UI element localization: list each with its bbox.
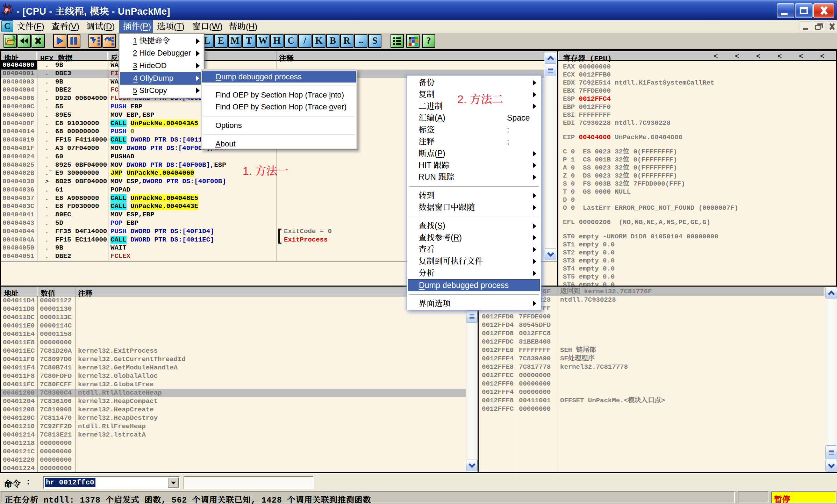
register-line[interactable]: ST1 empty 0.0: [563, 241, 615, 249]
register-line[interactable]: ESI FFFFFFFF: [563, 111, 611, 119]
scroll-up-button[interactable]: [825, 287, 837, 298]
disassembly-scrollbar[interactable]: [544, 51, 557, 261]
toolbar-button-K[interactable]: K: [312, 34, 326, 48]
menu-item-RUN-跟踪[interactable]: RUN 跟踪: [408, 171, 540, 183]
toolbar-button-M[interactable]: M: [228, 34, 242, 48]
dump-row[interactable]: 0040120C7C811470kernel32.HeapDestroy: [1, 414, 466, 422]
stack-row[interactable]: 0012FFFC00000000: [479, 405, 824, 413]
menu-item-查找参考-R-[interactable]: 查找参考(R): [408, 232, 540, 244]
mdi-close-button[interactable]: [826, 21, 837, 32]
toolbar-button-close-program[interactable]: [31, 34, 45, 48]
cpu-window-icon[interactable]: C: [1, 20, 13, 32]
toolbar-button-C[interactable]: C: [284, 34, 298, 48]
register-line[interactable]: ST5 empty 0.0: [563, 273, 615, 281]
register-line[interactable]: D 0: [563, 196, 575, 204]
toolbar-button-H[interactable]: H: [270, 34, 284, 48]
register-line[interactable]: P 1 CS 001B 32位 0(FFFFFFFF): [563, 156, 677, 164]
menubar-item-5[interactable]: 选项(T): [157, 20, 185, 33]
register-line[interactable]: ST0 empty -UNORM D1D8 01050104 00000000: [563, 233, 718, 241]
menu-item-Find-OEP-by-Section-Hop-Trac[interactable]: Find OEP by Section Hop (Trace over): [202, 101, 356, 113]
register-pane-chevron[interactable]: <: [778, 52, 782, 60]
register-line[interactable]: ECX 0012FFB0: [563, 71, 611, 79]
combo-dropdown-button[interactable]: [168, 477, 179, 488]
menubar-item-3[interactable]: 调试(D): [86, 20, 115, 33]
dump-row[interactable]: 0040121C00000000: [1, 447, 466, 456]
stack-row[interactable]: 0012FFEC00000000: [479, 371, 824, 380]
command-input-value[interactable]: hr 0012ffc0: [45, 478, 95, 487]
maximize-button[interactable]: [795, 3, 813, 18]
dump-row[interactable]: 004011FC7C80FCFFkernel32.GlobalFree: [1, 380, 466, 389]
menu-item-1-快捷命令[interactable]: 1 快捷命令: [120, 35, 203, 47]
register-line[interactable]: EBX 7FFDE000: [563, 87, 611, 95]
dump-row[interactable]: 004011E00000114C: [1, 322, 466, 330]
menu-item-分析[interactable]: 分析: [408, 267, 540, 279]
menu-item-4-OllyDump[interactable]: 4 OllyDump: [120, 72, 203, 84]
dump-row[interactable]: 004012047C836106kernel32.HeapCompact: [1, 397, 466, 405]
stack-row[interactable]: 0012FFD80012FFC8: [479, 329, 824, 338]
menu-item-Find-OEP-by-Section-Hop-Trac[interactable]: Find OEP by Section Hop (Trace into): [202, 89, 356, 101]
toolbar-button-step-into[interactable]: [88, 34, 102, 48]
register-line[interactable]: EAX 00000000: [563, 63, 611, 71]
register-line[interactable]: ST3 empty 0.0: [563, 257, 615, 265]
scroll-thumb[interactable]: [545, 64, 556, 76]
register-line[interactable]: EBP 0012FFF0: [563, 103, 611, 111]
stack-row[interactable]: 0012FFF000000000: [479, 380, 824, 388]
menu-item-界面选项[interactable]: 界面选项: [408, 298, 540, 310]
register-line[interactable]: EDX 7C92E514 ntdll.KiFastSystemCallRet: [563, 79, 714, 87]
dump-row[interactable]: 004011F47C80B741kernel32.GetModuleHandle…: [1, 363, 466, 372]
toolbar-button-run[interactable]: [53, 34, 66, 48]
toolbar-button-restart[interactable]: [17, 34, 31, 48]
menu-item-3-HideOD[interactable]: 3 HideOD: [120, 60, 203, 72]
toolbar-button-slash[interactable]: /: [298, 34, 312, 48]
dump-row[interactable]: 004011F87C80FDFDkernel32.GlobalAlloc: [1, 372, 466, 380]
dump-row[interactable]: 0040121800000000: [1, 439, 466, 447]
scroll-up-button[interactable]: [545, 52, 556, 64]
menu-item-Dump-debugged-process[interactable]: Dump debugged process: [408, 279, 540, 291]
register-line[interactable]: T 0 GS 0000 NULL: [563, 188, 631, 196]
stack-row[interactable]: 0012FFDC81BEB408: [479, 338, 824, 346]
register-line[interactable]: S 0 FS 003B 32位 7FFDD000(FFF): [563, 180, 685, 188]
register-line[interactable]: EIP 00404000 UnPackMe.00404000: [563, 134, 682, 142]
stack-scrollbar[interactable]: [825, 287, 837, 472]
stack-row[interactable]: 0012FFD07FFDE000: [479, 312, 824, 321]
register-pane-chevron[interactable]: <: [756, 52, 760, 60]
dump-row[interactable]: 004011F07C8097D0kernel32.GetCurrentThrea…: [1, 355, 466, 363]
stack-row[interactable]: 0012FFF400000000: [479, 388, 824, 396]
toolbar-button-T[interactable]: T: [242, 34, 256, 48]
menu-item-About[interactable]: About: [202, 138, 356, 150]
toolbar-button-breakpoints[interactable]: ...: [354, 34, 367, 48]
dump-row[interactable]: 004011E800000000: [1, 338, 466, 347]
toolbar-button-open-file[interactable]: [3, 34, 17, 48]
menu-item-转到[interactable]: 转到: [408, 190, 540, 202]
menu-item-复制到可执行文件[interactable]: 复制到可执行文件: [408, 255, 540, 267]
register-pane-chevron[interactable]: <: [714, 52, 718, 60]
menu-item-查看[interactable]: 查看: [408, 244, 540, 255]
menu-item-断点-P-[interactable]: 断点(P): [408, 148, 540, 160]
dump-row[interactable]: 004011D800001130: [1, 305, 466, 313]
dump-row[interactable]: 004011E400001158: [1, 330, 466, 338]
register-line[interactable]: C 0 ES 0023 32位 0(FFFFFFFF): [563, 148, 677, 156]
menu-item-Dump-debugged-process[interactable]: Dump debugged process: [202, 71, 356, 82]
toolbar-button-R[interactable]: R: [340, 34, 353, 48]
close-button[interactable]: [813, 3, 834, 18]
mdi-restore-button[interactable]: [813, 21, 825, 32]
dump-row[interactable]: 004012147C813E21kernel32.lstrcatA: [1, 431, 466, 439]
menubar-item-4[interactable]: 插件(P): [123, 20, 151, 33]
register-line[interactable]: Z 0 DS 0023 32位 0(FFFFFFFF): [563, 172, 677, 180]
menu-item-5-StrCopy[interactable]: 5 StrCopy: [120, 85, 203, 97]
menubar-item-7[interactable]: 帮助(H): [229, 20, 257, 33]
menubar-item-1[interactable]: 文件(F): [17, 20, 44, 33]
dump-row[interactable]: 004012087C810908kernel32.HeapCreate: [1, 405, 466, 414]
register-pane-chevron[interactable]: <: [799, 52, 803, 60]
toolbar-button-W[interactable]: W: [256, 34, 270, 48]
dump-row[interactable]: 004011D400001122: [1, 296, 466, 305]
disasm-row[interactable]: 00404000.9BWAIT: [1, 61, 544, 70]
dump-row[interactable]: 004012107C92FF2Dntdll.RtlFreeHeap: [1, 422, 466, 431]
stack-row[interactable]: 0012FFE47C839A90SE处理程序: [479, 354, 824, 363]
menu-item-备份[interactable]: 备份: [408, 77, 540, 89]
menubar-item-2[interactable]: 查看(V): [51, 20, 79, 33]
toolbar-button-log[interactable]: [391, 34, 404, 48]
dump-row[interactable]: 004011DC0000113E: [1, 313, 466, 322]
menu-item-注释[interactable]: 注释;: [408, 136, 540, 148]
menu-item-HIT-跟踪[interactable]: HIT 跟踪: [408, 160, 540, 172]
